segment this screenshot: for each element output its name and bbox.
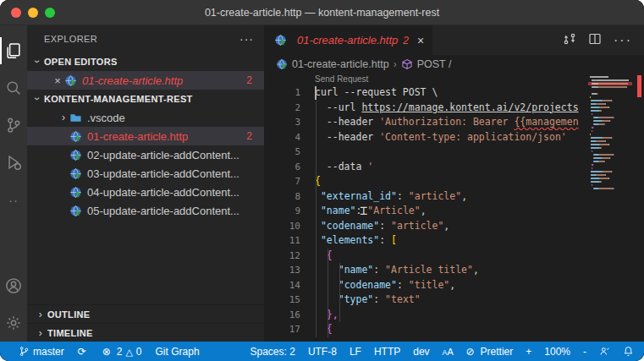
tab-problems-badge: 2 — [403, 35, 409, 46]
tree-item-02-update-article-addcontent-[interactable]: 02-update-article-addContent... — [27, 145, 264, 164]
tab-01-create-article[interactable]: 01-create-article.http 2 × — [264, 25, 432, 55]
tree-item-04-update-article-addcontent-[interactable]: 04-update-article-addContent... — [27, 183, 264, 201]
send-request-codelens[interactable]: Send Request — [315, 74, 368, 84]
code-editor[interactable]: Send Request 1curl --request POST \2 --u… — [264, 74, 644, 342]
close-editor-icon[interactable]: × — [51, 74, 64, 87]
chevron-right-icon: › — [58, 112, 69, 123]
code-line-15[interactable]: 15 "type": "text" — [264, 293, 588, 308]
activity-settings-icon[interactable] — [0, 304, 27, 342]
chevron-right-icon: › — [34, 327, 47, 339]
status-sync[interactable]: ⟳ — [78, 346, 89, 357]
breadcrumb-file[interactable]: 01-create-article.http — [292, 58, 389, 70]
tree-item-label: 05-update-article-addContent... — [87, 205, 239, 217]
compare-changes-icon[interactable] — [563, 32, 576, 49]
activity-accounts-icon[interactable] — [0, 267, 27, 304]
chevron-right-icon: › — [34, 309, 47, 320]
code-line-11[interactable]: 11 "elements": [ — [264, 233, 588, 249]
workspace-folder-header[interactable]: › KONTENT-MANAGEMENT-REST — [27, 90, 264, 108]
tree-item-03-update-article-addcontent-[interactable]: 03-update-article-addContent... — [27, 164, 264, 183]
code-line-4[interactable]: 4 --header 'Content-type: application/js… — [264, 130, 588, 145]
code-line-9[interactable]: 9 "name": "Article", — [264, 204, 588, 219]
indent-guide — [316, 101, 316, 337]
status-git-graph[interactable]: Git Graph — [156, 346, 200, 358]
code-line-12[interactable]: 12 { — [264, 249, 588, 264]
split-editor-icon[interactable] — [588, 32, 602, 49]
more-actions-icon[interactable]: ··· — [614, 33, 632, 48]
folder-icon — [69, 112, 82, 124]
code-line-7[interactable]: 7{ — [264, 174, 588, 189]
http-file-icon — [64, 74, 77, 87]
code-line-8[interactable]: 8 "external_id": "article", — [264, 189, 588, 205]
line-number: 5 — [264, 145, 300, 160]
line-number: 7 — [264, 174, 300, 189]
line-number: 13 — [264, 263, 300, 278]
tree-item--vscode[interactable]: ›.vscode — [27, 108, 264, 127]
code-line-6[interactable]: 6 --data ' — [264, 160, 588, 175]
status-prettier[interactable]: ⊘Prettier — [466, 346, 514, 358]
open-editor-item[interactable]: × 01-create-article.http 2 — [27, 71, 264, 90]
line-number: 6 — [264, 160, 300, 175]
http-file-icon — [69, 186, 82, 199]
status-feedback[interactable] — [599, 346, 610, 357]
chevron-down-icon: › — [31, 92, 43, 106]
http-file-icon — [69, 205, 82, 217]
status-+[interactable]: + — [526, 346, 531, 358]
overview-ruler[interactable] — [632, 74, 644, 342]
prettier-icon: ⊘ — [466, 346, 477, 357]
outline-section-header[interactable]: › OUTLINE — [27, 304, 264, 323]
line-number: 11 — [264, 233, 300, 249]
sidebar-title: EXPLORER — [44, 34, 239, 44]
line-number: 3 — [264, 115, 300, 130]
line-number: 4 — [264, 130, 300, 145]
code-line-3[interactable]: 3 --header 'Authorization: Bearer {{mana… — [264, 115, 588, 130]
activity-search-icon[interactable] — [0, 69, 27, 107]
timeline-section-header[interactable]: › TIMELINE — [27, 323, 264, 342]
code-line-5[interactable]: 5 — [264, 145, 588, 160]
status-100%[interactable]: 100% — [544, 346, 570, 358]
activity-explorer-icon[interactable] — [0, 32, 27, 69]
editor-group: 01-create-article.http 2 × ··· 01-create… — [264, 25, 644, 342]
tree-item-label: 02-update-article-addContent... — [87, 149, 239, 161]
tab-bar: 01-create-article.http 2 × ··· — [264, 25, 644, 55]
title-bar: 01-create-article.http — kontent-managem… — [0, 0, 644, 25]
tree-item-01-create-article-http[interactable]: 01-create-article.http2 — [27, 127, 264, 145]
status-http[interactable]: HTTP — [374, 346, 400, 358]
status-2[interactable]: ⊗2△0 — [102, 346, 142, 358]
status-bell[interactable] — [623, 346, 634, 357]
mouse-ibeam-cursor: ⌶ — [360, 203, 367, 218]
code-line-2[interactable]: 2 --url https://manage.kontent.ai/v2/pro… — [264, 101, 588, 116]
http-file-icon — [69, 167, 82, 180]
activity-more-views-icon[interactable]: ·· — [0, 181, 27, 218]
views-and-more-actions-icon[interactable]: ··· — [239, 32, 254, 46]
status-spaces-2[interactable]: Spaces: 2 — [250, 346, 295, 358]
open-editors-header[interactable]: › OPEN EDITORS — [27, 52, 264, 71]
line-number: 8 — [264, 189, 300, 205]
code-line-14[interactable]: 14 "codename": "title", — [264, 278, 588, 293]
close-tab-icon[interactable]: × — [417, 34, 424, 47]
problems-badge: 2 — [246, 130, 252, 142]
vscode-window: 01-create-article.http — kontent-managem… — [0, 0, 644, 361]
minimap[interactable] — [588, 74, 632, 342]
activity-run-debug-icon[interactable] — [0, 144, 27, 181]
status-master[interactable]: master — [19, 346, 64, 358]
code-line-10[interactable]: 10 "codename": "article", — [264, 219, 588, 234]
code-line-1[interactable]: 1curl --request POST \ — [264, 85, 588, 101]
breadcrumb-symbol[interactable]: POST / — [417, 58, 452, 70]
status--[interactable]: - — [583, 346, 586, 358]
code-line-16[interactable]: 16 }, — [264, 308, 588, 323]
status-lf[interactable]: LF — [350, 346, 361, 358]
explorer-sidebar: EXPLORER ··· › OPEN EDITORS × 01-create-… — [27, 25, 264, 342]
line-number: 10 — [264, 219, 300, 234]
code-line-13[interactable]: 13 "name": "Article title", — [264, 263, 588, 278]
tree-item-label: 01-create-article.http — [87, 130, 188, 143]
status-font-size[interactable]: AA — [443, 346, 454, 357]
code-line-17[interactable]: 17 { — [264, 322, 588, 337]
activity-source-control-icon[interactable] — [0, 107, 27, 144]
file-tree: ›.vscode01-create-article.http202-update… — [27, 108, 264, 220]
tree-item-label: 03-update-article-addContent... — [87, 167, 239, 180]
status-dev[interactable]: dev — [413, 346, 429, 358]
status-utf-8[interactable]: UTF-8 — [308, 346, 337, 358]
open-editor-label: 01-create-article.http — [82, 74, 183, 87]
tree-item-label: .vscode — [87, 112, 125, 124]
tree-item-05-update-article-addcontent-[interactable]: 05-update-article-addContent... — [27, 201, 264, 220]
